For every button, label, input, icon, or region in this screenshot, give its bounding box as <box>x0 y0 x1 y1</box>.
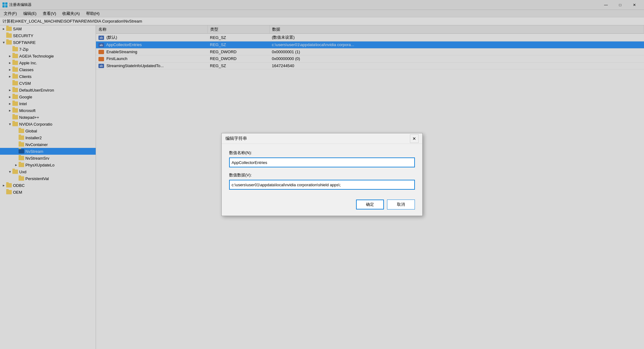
data-input[interactable] <box>229 180 415 190</box>
ok-button[interactable]: 确定 <box>356 200 384 209</box>
dialog-overlay: 编辑字符串 ✕ 数值名称(N): 数值数据(V): 确定 取消 <box>0 0 644 349</box>
data-label: 数值数据(V): <box>229 172 415 178</box>
dialog-close-button[interactable]: ✕ <box>410 134 419 143</box>
name-label: 数值名称(N): <box>229 150 415 156</box>
name-input[interactable] <box>229 157 415 167</box>
dialog-body: 数值名称(N): 数值数据(V): <box>222 144 422 200</box>
dialog-footer: 确定 取消 <box>222 200 422 216</box>
dialog-titlebar: 编辑字符串 ✕ <box>222 133 422 144</box>
cancel-button[interactable]: 取消 <box>387 200 415 209</box>
edit-string-dialog: 编辑字符串 ✕ 数值名称(N): 数值数据(V): 确定 取消 <box>221 133 423 216</box>
dialog-title: 编辑字符串 <box>225 136 247 141</box>
